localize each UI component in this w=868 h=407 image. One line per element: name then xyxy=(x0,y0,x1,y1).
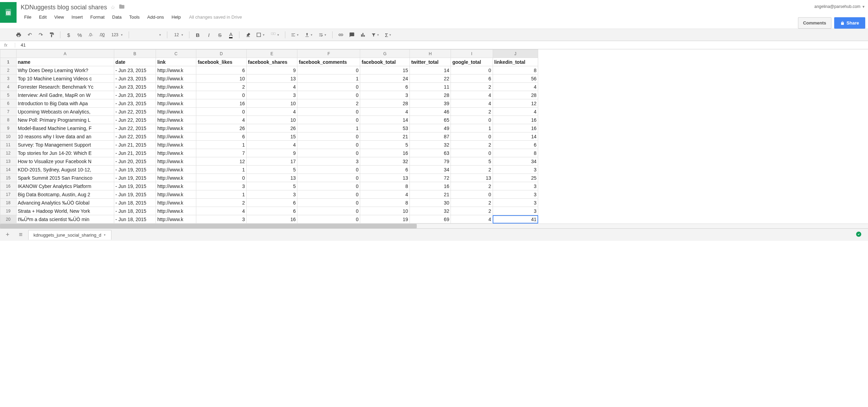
cell[interactable]: 11 xyxy=(410,83,451,91)
fill-color-button[interactable] xyxy=(243,30,253,39)
cell[interactable]: 15 xyxy=(360,66,410,75)
cell[interactable]: New Poll: Primary Programming L xyxy=(16,116,114,124)
insert-chart-button[interactable] xyxy=(358,30,368,39)
cell[interactable]: 2 xyxy=(451,83,493,91)
cell[interactable]: facebook_shares xyxy=(246,58,297,66)
cell[interactable]: I‰Ûªm a data scientist ‰ÛÒ min xyxy=(16,215,114,224)
strikethrough-button[interactable]: S xyxy=(215,30,225,39)
cell[interactable]: 0 xyxy=(196,91,247,99)
add-sheet-button[interactable]: + xyxy=(2,230,13,240)
percent-button[interactable]: % xyxy=(75,30,85,39)
cell[interactable]: 19 xyxy=(360,215,410,224)
cell[interactable]: 6 xyxy=(246,207,297,215)
row-header[interactable]: 17 xyxy=(0,190,17,199)
cell[interactable]: Top 10 Machine Learning Videos c xyxy=(16,75,114,83)
menu-data[interactable]: Data xyxy=(109,13,125,21)
cell[interactable]: google_total xyxy=(451,58,493,66)
row-header[interactable]: 20 xyxy=(0,215,17,224)
cell[interactable]: - Jun 19, 2015 xyxy=(114,182,156,190)
cell[interactable]: 1 xyxy=(196,166,247,174)
cell[interactable]: 0 xyxy=(297,83,360,91)
cell[interactable]: 6 xyxy=(196,132,247,141)
font-size-dropdown[interactable]: 12▼ xyxy=(171,32,186,37)
cell[interactable]: 6 xyxy=(360,83,410,91)
sheets-logo[interactable] xyxy=(0,2,17,23)
menu-file[interactable]: File xyxy=(21,13,35,21)
cell[interactable]: 9 xyxy=(246,149,297,157)
col-header-J[interactable]: J xyxy=(493,50,538,58)
cell[interactable]: link xyxy=(156,58,196,66)
vertical-align-button[interactable]: ▼ xyxy=(303,32,315,37)
cell[interactable]: http://www.k xyxy=(156,99,196,108)
cell[interactable]: http://www.k xyxy=(156,157,196,166)
cell[interactable]: 26 xyxy=(196,124,247,132)
row-header[interactable]: 15 xyxy=(0,174,17,182)
fx-icon[interactable]: fx xyxy=(3,43,15,48)
print-icon[interactable] xyxy=(14,30,23,39)
cell[interactable]: Why Does Deep Learning Work? xyxy=(16,66,114,75)
cell[interactable]: 2 xyxy=(451,207,493,215)
select-all-corner[interactable] xyxy=(0,50,17,58)
cell[interactable]: Spark Summit 2015 San Francisco xyxy=(16,174,114,182)
cell[interactable]: 5 xyxy=(360,141,410,149)
cell[interactable]: http://www.k xyxy=(156,91,196,99)
cell[interactable]: http://www.k xyxy=(156,116,196,124)
cell[interactable]: http://www.k xyxy=(156,149,196,157)
share-button[interactable]: Share xyxy=(834,17,865,29)
row-header[interactable]: 4 xyxy=(0,83,17,91)
cell[interactable]: 3 xyxy=(196,215,247,224)
cell[interactable]: 15 xyxy=(246,132,297,141)
cell[interactable]: 2 xyxy=(451,166,493,174)
cell[interactable]: 0 xyxy=(297,174,360,182)
cell[interactable]: 32 xyxy=(410,141,451,149)
cell[interactable]: 65 xyxy=(410,116,451,124)
number-format-dropdown[interactable]: 123▼ xyxy=(108,32,125,37)
cell[interactable]: How to Visualize your Facebook N xyxy=(16,157,114,166)
cell[interactable]: http://www.k xyxy=(156,174,196,182)
cell[interactable]: 87 xyxy=(410,132,451,141)
cell[interactable]: 3 xyxy=(493,182,538,190)
cell[interactable]: 0 xyxy=(451,190,493,199)
cell[interactable]: 12 xyxy=(196,157,247,166)
cell[interactable]: 0 xyxy=(297,116,360,124)
row-header[interactable]: 19 xyxy=(0,207,17,215)
sheet-tab-menu-icon[interactable]: ▼ xyxy=(103,234,106,237)
cell[interactable]: 6 xyxy=(196,66,247,75)
row-header[interactable]: 16 xyxy=(0,182,17,190)
cell[interactable]: 14 xyxy=(410,66,451,75)
decrease-decimal-button[interactable]: .0↓ xyxy=(86,30,96,39)
cell[interactable]: 3 xyxy=(297,157,360,166)
cell[interactable]: 3 xyxy=(493,207,538,215)
paint-format-icon[interactable] xyxy=(47,30,57,39)
col-header-F[interactable]: F xyxy=(297,50,360,58)
row-header[interactable]: 18 xyxy=(0,199,17,207)
cell[interactable]: 4 xyxy=(196,207,247,215)
cell[interactable]: 4 xyxy=(360,190,410,199)
insert-link-button[interactable] xyxy=(336,30,346,39)
cell[interactable]: 46 xyxy=(410,108,451,116)
cell[interactable]: name xyxy=(16,58,114,66)
cell[interactable]: 30 xyxy=(410,199,451,207)
cell[interactable]: 0 xyxy=(297,66,360,75)
cell[interactable]: 49 xyxy=(410,124,451,132)
cell[interactable]: 2 xyxy=(451,108,493,116)
cell[interactable]: http://www.k xyxy=(156,141,196,149)
cell[interactable]: 5 xyxy=(451,157,493,166)
cell[interactable]: 0 xyxy=(297,149,360,157)
doc-title[interactable]: KDNuggests blog social shares xyxy=(21,4,107,11)
cell[interactable]: 34 xyxy=(410,166,451,174)
cell[interactable]: 1 xyxy=(297,124,360,132)
user-email[interactable]: angelina@parsehub.com xyxy=(814,4,860,9)
cell[interactable]: IKANOW Cyber Analytics Platform xyxy=(16,182,114,190)
col-header-C[interactable]: C xyxy=(156,50,196,58)
row-header[interactable]: 14 xyxy=(0,166,17,174)
row-header[interactable]: 2 xyxy=(0,66,17,75)
cell[interactable]: Introduction to Big Data with Apa xyxy=(16,99,114,108)
cell[interactable]: 0 xyxy=(451,116,493,124)
cell[interactable]: Survey: Top Management Support xyxy=(16,141,114,149)
cell[interactable]: - Jun 23, 2015 xyxy=(114,91,156,99)
account-caret-icon[interactable]: ▼ xyxy=(862,5,865,9)
cell[interactable]: http://www.k xyxy=(156,199,196,207)
cell[interactable]: facebook_likes xyxy=(196,58,247,66)
currency-button[interactable]: $ xyxy=(64,30,73,39)
